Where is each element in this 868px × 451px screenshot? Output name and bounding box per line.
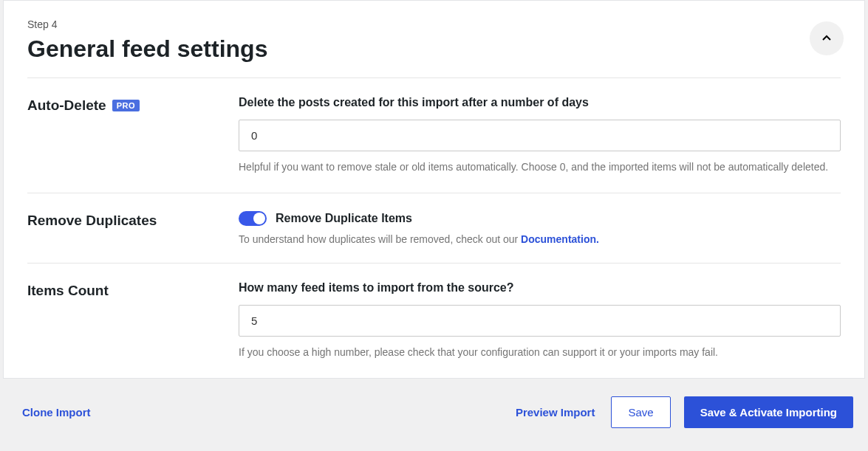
remove-duplicates-help: To understand how duplicates will be rem…: [239, 233, 841, 245]
remove-duplicates-help-prefix: To understand how duplicates will be rem…: [239, 233, 521, 245]
auto-delete-content: Delete the posts created for this import…: [239, 96, 841, 175]
remove-duplicates-content: Remove Duplicate Items To understand how…: [239, 211, 841, 245]
step-label: Step 4: [27, 18, 267, 30]
auto-delete-label: Auto-Delete: [27, 97, 106, 114]
pro-badge: PRO: [112, 100, 140, 111]
remove-duplicates-toggle-label: Remove Duplicate Items: [276, 212, 412, 225]
save-activate-button[interactable]: Save & Activate Importing: [684, 396, 853, 428]
items-count-description: How many feed items to import from the s…: [239, 281, 841, 295]
auto-delete-description: Delete the posts created for this import…: [239, 96, 841, 109]
toggle-knob: [253, 213, 265, 224]
items-count-row: Items Count How many feed items to impor…: [4, 264, 864, 378]
documentation-link[interactable]: Documentation.: [521, 233, 599, 245]
page-title: General feed settings: [27, 35, 267, 63]
auto-delete-label-col: Auto-Delete PRO: [27, 96, 239, 114]
remove-duplicates-label: Remove Duplicates: [27, 213, 157, 229]
clone-import-button[interactable]: Clone Import: [19, 403, 94, 421]
remove-duplicates-row: Remove Duplicates Remove Duplicate Items…: [4, 193, 864, 263]
footer-left: Clone Import: [15, 403, 94, 421]
items-count-input[interactable]: [239, 305, 841, 337]
panel-header: Step 4 General feed settings: [4, 1, 864, 78]
preview-import-button[interactable]: Preview Import: [513, 403, 598, 421]
items-count-label: Items Count: [27, 283, 109, 299]
remove-duplicates-toggle[interactable]: [239, 211, 267, 226]
footer-right: Preview Import Save Save & Activate Impo…: [513, 396, 853, 428]
items-count-content: How many feed items to import from the s…: [239, 281, 841, 360]
remove-duplicates-label-col: Remove Duplicates: [27, 211, 239, 229]
footer-bar: Clone Import Preview Import Save Save & …: [0, 379, 868, 446]
chevron-up-icon: [821, 32, 833, 44]
auto-delete-input[interactable]: [239, 120, 841, 151]
items-count-help: If you choose a high number, please chec…: [239, 345, 841, 360]
items-count-label-col: Items Count: [27, 281, 239, 299]
auto-delete-help: Helpful if you want to remove stale or o…: [239, 160, 841, 175]
header-text: Step 4 General feed settings: [27, 18, 267, 63]
settings-panel: Step 4 General feed settings Auto-Delete…: [3, 0, 865, 379]
auto-delete-row: Auto-Delete PRO Delete the posts created…: [4, 78, 864, 193]
save-button[interactable]: Save: [611, 396, 670, 428]
toggle-row: Remove Duplicate Items: [239, 211, 841, 226]
collapse-button[interactable]: [810, 21, 844, 55]
